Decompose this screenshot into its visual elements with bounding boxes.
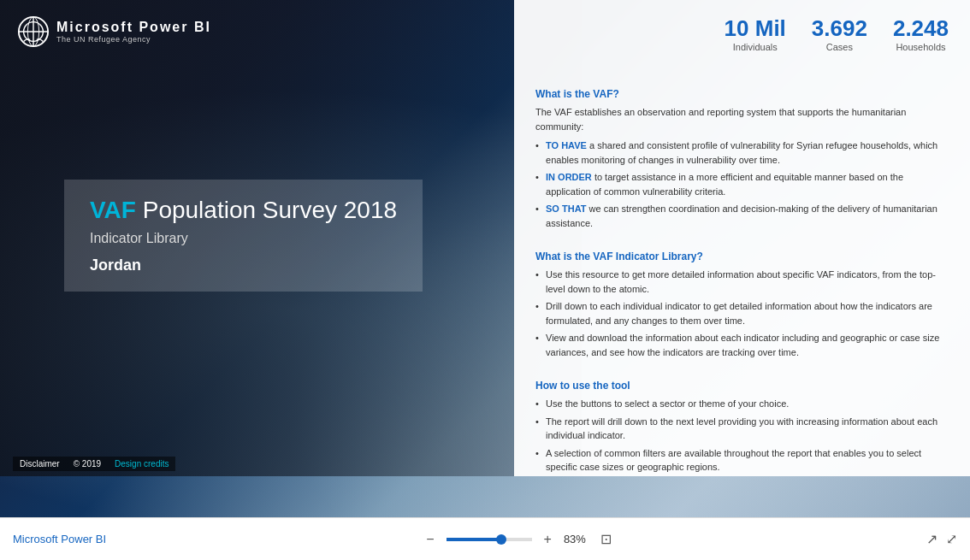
section-what-is-vaf-title: What is the VAF? (535, 88, 949, 100)
bottom-toolbar: Microsoft Power BI − + 83% ⊡ ↗ ⤢ (0, 517, 970, 560)
zoom-slider[interactable] (447, 538, 532, 541)
vaf-bullet-3: SO THAT we can strengthen coordination a… (535, 202, 949, 230)
stat-individuals-label: Individuals (725, 42, 786, 52)
how-to-use-bullets-list: Use the buttons to select a sector or th… (535, 397, 949, 476)
logo-text: Microsoft Power BI The UN Refugee Agency (56, 20, 211, 44)
how-to-use-bullet-1: Use the buttons to select a sector or th… (535, 397, 949, 411)
title-rest: Population Survey 2018 (136, 197, 397, 223)
vaf-bullet-2-highlight: IN ORDER (546, 172, 592, 182)
how-to-use-bullet-3: A selection of common filters are availa… (535, 446, 949, 475)
disclaimer-button[interactable]: Disclaimer (13, 457, 67, 471)
zoom-plus-button[interactable]: + (539, 530, 557, 549)
powerbi-link[interactable]: Microsoft Power BI (13, 533, 106, 545)
stat-individuals-number: 10 Mil (725, 17, 786, 39)
title-overlay: VAF Population Survey 2018 Indicator Lib… (64, 180, 423, 292)
library-bullet-2: Drill down to each individual indicator … (535, 299, 949, 327)
fullscreen-icon[interactable]: ⤢ (946, 531, 957, 547)
share-icon[interactable]: ↗ (926, 531, 937, 547)
main-container: Microsoft Power BI The UN Refugee Agency… (0, 0, 970, 560)
library-bullet-3: View and download the information about … (535, 331, 949, 359)
stat-cases-label: Cases (812, 42, 867, 52)
zoom-minus-button[interactable]: − (421, 530, 439, 549)
stat-households: 2.248 Households (893, 17, 949, 52)
vaf-bullet-2: IN ORDER to target assistance in a more … (535, 170, 949, 198)
fit-to-page-icon[interactable]: ⊡ (600, 531, 612, 547)
stat-individuals: 10 Mil Individuals (725, 17, 786, 52)
vaf-bullet-2-text: to target assistance in a more efficient… (546, 172, 903, 197)
section-library-title: What is the VAF Indicator Library? (535, 251, 949, 262)
report-subtitle: Indicator Library (90, 231, 397, 246)
stats-row: 10 Mil Individuals 3.692 Cases 2.248 Hou… (535, 17, 949, 61)
stat-cases: 3.692 Cases (812, 17, 867, 52)
photo-bottom-bar: Disclaimer © 2019 Design credits (0, 451, 582, 476)
unhcr-logo-icon (17, 15, 50, 48)
title-vaf: VAF (90, 197, 136, 223)
vaf-bullet-3-highlight: SO THAT (546, 203, 586, 214)
zoom-slider-thumb[interactable] (496, 534, 506, 545)
how-to-use-bullet-2: The report will drill down to the next l… (535, 415, 949, 443)
library-bullets-list: Use this resource to get more detailed i… (535, 268, 949, 363)
vaf-bullet-1-text: a shared and consistent profile of vulne… (546, 140, 937, 165)
logo-subtitle: The UN Refugee Agency (56, 35, 211, 44)
right-panel: 10 Mil Individuals 3.692 Cases 2.248 Hou… (514, 0, 970, 476)
report-country: Jordan (90, 256, 397, 274)
vaf-bullet-3-text: we can strengthen coordination and decis… (546, 203, 937, 228)
stat-cases-number: 3.692 (812, 17, 867, 39)
bottom-right: ↗ ⤢ (926, 531, 957, 547)
zoom-level-text: 83% (564, 533, 594, 545)
vaf-bullet-1: TO HAVE a shared and consistent profile … (535, 139, 949, 167)
bottom-center: − + 83% ⊡ (106, 530, 926, 549)
vaf-intro-text: The VAF establishes an observation and r… (535, 105, 949, 133)
stat-households-label: Households (893, 42, 949, 52)
logo-unhcr: Microsoft Power BI (56, 20, 211, 35)
report-title: VAF Population Survey 2018 (90, 197, 397, 224)
library-bullet-1: Use this resource to get more detailed i… (535, 268, 949, 296)
bottom-left: Microsoft Power BI (13, 533, 106, 545)
design-credits-button[interactable]: Design credits (108, 457, 175, 471)
vaf-bullets-list: TO HAVE a shared and consistent profile … (535, 139, 949, 233)
section-how-to-use-title: How to use the tool (535, 380, 949, 392)
stat-households-number: 2.248 (893, 17, 949, 39)
report-area: Microsoft Power BI The UN Refugee Agency… (0, 0, 970, 517)
copyright-text: © 2019 (67, 457, 108, 471)
logo-area: Microsoft Power BI The UN Refugee Agency (17, 15, 211, 48)
zoom-slider-track (447, 538, 498, 541)
vaf-bullet-1-highlight: TO HAVE (546, 140, 587, 150)
